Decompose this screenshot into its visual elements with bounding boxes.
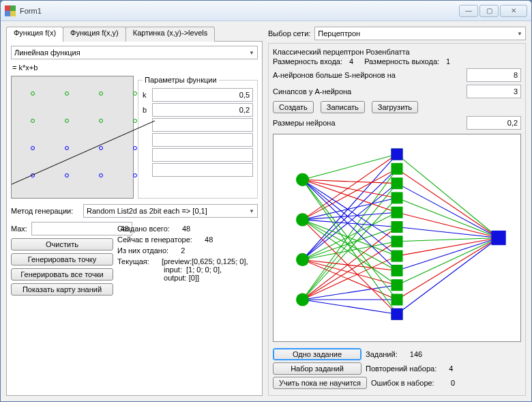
tasks-label: Заданий: [366,350,398,358]
tasks-val: 146 [410,350,422,358]
save-button[interactable]: Записать [321,101,365,113]
svg-rect-63 [391,293,402,305]
svg-rect-56 [391,192,402,203]
create-button[interactable]: Создать [273,101,314,113]
cur-val: [preview:[0,625; 0,125; 0], input: [1; 0… [162,257,248,282]
given-val: 2 [181,246,185,255]
svg-rect-62 [391,279,402,291]
err-label: Ошибок в наборе: [371,379,434,387]
neuron-size-label: Размеры нейрона [273,119,460,127]
net-selector-value: Перцептрон [318,29,360,38]
tab-fx[interactable]: Функция f(x) [6,27,63,42]
svg-line-38 [397,169,499,238]
a-more-s-input[interactable] [467,68,521,82]
svg-line-48 [397,238,499,315]
gen-point-button[interactable]: Генерировать точку [11,253,113,265]
svg-rect-58 [391,221,402,233]
svg-rect-60 [391,250,402,262]
a-more-s-label: A-нейронов больше S-нейронов на [273,71,460,79]
param-empty-input[interactable] [152,133,253,147]
svg-rect-66 [391,149,402,160]
minimize-button[interactable]: — [459,5,478,17]
svg-line-34 [303,300,397,314]
chevron-down-icon: ▼ [249,208,254,214]
svg-rect-54 [391,163,402,175]
svg-line-2 [303,154,397,220]
err-val: 0 [451,379,455,387]
syn-label: Синапсов у A-нейрона [273,87,460,96]
dim-in-val: 4 [349,57,353,66]
svg-point-50 [296,213,309,226]
dim-in-label: Размерность входа: [273,57,342,66]
titlebar[interactable]: Form1 — ▢ ✕ [1,1,531,21]
rep-val: 4 [449,364,453,373]
svg-line-0 [12,121,155,184]
svg-line-39 [397,184,499,238]
gen-method-label: Метод генерации: [11,207,79,215]
plot-line-svg [12,76,155,199]
given-label: Из них отдано: [117,246,168,255]
param-k-input[interactable] [152,88,253,102]
svg-point-52 [296,293,309,306]
show-map-button[interactable]: Показать карту знаний [11,283,113,296]
svg-line-16 [303,220,397,227]
svg-rect-61 [391,265,402,276]
net-select-label: Выбор сети: [268,29,310,38]
svg-line-46 [397,238,499,285]
training-controls: Одно задание Заданий: 146 Набор заданий … [273,342,521,391]
svg-line-4 [303,169,397,220]
ingen-label: Сейчас в генераторе: [117,235,192,244]
gen-buttons: Max: Очистить Генерировать точку Генерир… [11,222,113,296]
function-plot [11,76,134,199]
svg-rect-55 [391,177,402,189]
neuron-size-input[interactable] [467,116,521,130]
net-header: Классический перцептрон Розенблатта [273,48,521,56]
param-empty-input[interactable] [152,163,253,177]
svg-rect-67 [391,308,402,320]
param-empty-input[interactable] [152,148,253,162]
left-column: Функция f(x) Функция f(x,y) Картинка (x,… [6,27,263,396]
svg-point-49 [296,173,309,186]
net-selector[interactable]: Перцептрон ▼ [314,27,526,40]
network-svg [274,134,520,341]
params-group: Параметры функции k b [138,76,258,199]
gen-method-value: Random List2d as 2bit each => [0,1] [87,207,207,215]
param-empty-input[interactable] [152,118,253,132]
svg-rect-59 [391,235,402,247]
dim-out-label: Размерность выхода: [364,57,439,66]
dim-out-val: 1 [446,57,450,66]
network-diagram [273,134,521,342]
left-panel: Линейная функция ▼ = k*x+b [6,41,263,396]
svg-line-40 [397,198,499,238]
tab-fxy[interactable]: Функция f(x,y) [63,27,126,42]
plot-and-params: Параметры функции k b [11,76,258,199]
svg-line-1 [303,154,397,180]
ingen-val: 48 [205,235,213,244]
load-button[interactable]: Загрузить [372,101,418,113]
right-panel: Классический перцептрон Розенблатта Разм… [268,43,526,396]
svg-line-45 [397,238,499,271]
syn-input[interactable] [467,85,521,98]
maximize-button[interactable]: ▢ [479,5,499,17]
tab-image[interactable]: Картинка (x,y)->levels [125,27,215,42]
train-until-button[interactable]: Учить пока не научится [273,377,367,389]
chevron-down-icon: ▼ [249,50,254,56]
chevron-down-icon: ▼ [517,31,522,37]
param-b-input[interactable] [152,103,253,117]
function-selector[interactable]: Линейная функция ▼ [11,46,258,59]
gen-method-selector[interactable]: Random List2d as 2bit each => [0,1] ▼ [83,204,258,218]
tabs: Функция f(x) Функция f(x,y) Картинка (x,… [6,27,263,42]
function-selector-value: Линейная функция [14,48,80,57]
max-label: Max: [11,225,27,233]
function-formula: = k*x+b [12,63,256,72]
clear-button[interactable]: Очистить [11,238,113,250]
svg-line-23 [303,180,397,256]
created-label: Создано всего: [117,225,170,233]
gen-info: Создано всего: 48 Сейчас в генераторе: 4… [117,222,258,285]
batch-button[interactable]: Набор заданий [273,362,361,375]
gen-all-button[interactable]: Генерировать все точки [11,268,113,281]
app-icon [5,5,16,16]
close-button[interactable]: ✕ [500,5,527,17]
svg-line-42 [397,227,499,238]
one-task-button[interactable]: Одно задание [273,348,361,360]
